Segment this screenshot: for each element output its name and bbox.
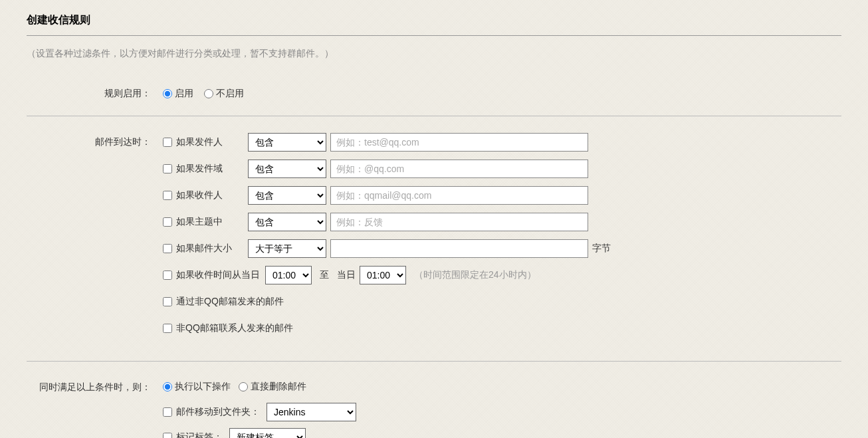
rule-enable-row: 规则启用： 启用 不启用 <box>27 80 841 104</box>
action-move-row: 邮件移动到文件夹： Jenkins <box>163 403 841 421</box>
condition-recipient-check-label[interactable]: 如果收件人 <box>163 189 248 201</box>
condition-subject-checkbox[interactable] <box>163 217 172 227</box>
condition-nonqq-contact-check-label[interactable]: 非QQ邮箱联系人发来的邮件 <box>163 322 293 334</box>
condition-time-today-label: 当日 <box>337 269 356 281</box>
action-tag-label: 标记标签： <box>176 431 223 438</box>
condition-sender-op-select[interactable]: 包含 <box>248 133 326 152</box>
action-execute-radio-item[interactable]: 执行以下操作 <box>163 381 231 393</box>
divider <box>27 361 841 362</box>
condition-recipient-input[interactable] <box>330 186 588 205</box>
rule-disable-radio-item[interactable]: 不启用 <box>204 88 244 100</box>
divider <box>27 116 841 116</box>
action-tag-select[interactable]: 新建标签... <box>229 428 306 438</box>
condition-nonqq-contact-row: 非QQ邮箱联系人发来的邮件 <box>163 318 841 338</box>
action-tag-check-label[interactable]: 标记标签： <box>163 431 223 438</box>
action-move-label: 邮件移动到文件夹： <box>176 406 260 418</box>
action-tag-checkbox[interactable] <box>163 433 172 438</box>
condition-size-check-label[interactable]: 如果邮件大小 <box>163 243 248 255</box>
condition-size-input[interactable] <box>330 239 588 258</box>
condition-nonqq-contact-label: 非QQ邮箱联系人发来的邮件 <box>176 322 293 334</box>
rule-enable-label: 规则启用： <box>27 84 163 100</box>
condition-sender-checkbox[interactable] <box>163 138 172 147</box>
condition-size-checkbox[interactable] <box>163 244 172 253</box>
condition-time-checkbox[interactable] <box>163 271 172 280</box>
rule-disable-radio-label: 不启用 <box>216 88 244 100</box>
condition-domain-op-select[interactable]: 包含 <box>248 160 326 178</box>
rule-enable-radio-item[interactable]: 启用 <box>163 88 193 100</box>
condition-size-op-select[interactable]: 大于等于 <box>248 239 326 258</box>
condition-domain-input[interactable] <box>330 160 588 178</box>
actions-section: 同时满足以上条件时，则： 执行以下操作 直接删除邮件 邮件移动到文件夹： Jen… <box>27 374 841 438</box>
action-execute-label: 执行以下操作 <box>175 381 231 393</box>
condition-recipient-label: 如果收件人 <box>176 189 223 201</box>
condition-time-to-select[interactable]: 01:00 <box>360 266 406 284</box>
condition-domain-row: 如果发件域 包含 <box>163 159 841 179</box>
condition-recipient-checkbox[interactable] <box>163 191 172 200</box>
condition-sender-label: 如果发件人 <box>176 136 223 148</box>
action-delete-label: 直接删除邮件 <box>251 381 306 393</box>
condition-time-check-label[interactable]: 如果收件时间从当日 <box>163 269 260 281</box>
condition-nonqq-contact-checkbox[interactable] <box>163 324 172 333</box>
action-move-checkbox[interactable] <box>163 407 172 417</box>
rule-enable-radio-label: 启用 <box>175 88 193 100</box>
action-execute-radio[interactable] <box>163 382 172 391</box>
arrival-label: 邮件到达时： <box>27 132 163 148</box>
page-title: 创建收信规则 <box>27 13 841 36</box>
condition-subject-input[interactable] <box>330 213 588 231</box>
condition-recipient-row: 如果收件人 包含 <box>163 185 841 205</box>
condition-time-to-label: 至 <box>320 269 329 281</box>
condition-domain-check-label[interactable]: 如果发件域 <box>163 163 248 175</box>
rule-disable-radio[interactable] <box>204 89 213 98</box>
page-subtitle: （设置各种过滤条件，以方便对邮件进行分类或处理，暂不支持群邮件。） <box>27 48 841 60</box>
condition-time-prefix: 如果收件时间从当日 <box>176 269 260 281</box>
rule-enable-radio[interactable] <box>163 89 172 98</box>
action-delete-radio-item[interactable]: 直接删除邮件 <box>239 381 306 393</box>
condition-nonqq-sender-checkbox[interactable] <box>163 297 172 306</box>
condition-size-unit: 字节 <box>592 243 611 255</box>
condition-nonqq-sender-row: 通过非QQ邮箱发来的邮件 <box>163 292 841 312</box>
condition-subject-label: 如果主题中 <box>176 216 223 228</box>
condition-time-from-select[interactable]: 01:00 <box>265 266 312 284</box>
action-move-folder-select[interactable]: Jenkins <box>267 403 356 421</box>
condition-subject-row: 如果主题中 包含 <box>163 212 841 232</box>
condition-size-label: 如果邮件大小 <box>176 243 232 255</box>
condition-time-row: 如果收件时间从当日 01:00 至 当日 01:00 （时间范围限定在24小时内… <box>163 265 841 285</box>
actions-label: 同时满足以上条件时，则： <box>27 378 163 393</box>
action-tag-row: 标记标签： 新建标签... <box>163 428 841 438</box>
condition-size-row: 如果邮件大小 大于等于 字节 <box>163 239 841 259</box>
action-move-check-label[interactable]: 邮件移动到文件夹： <box>163 406 260 418</box>
condition-sender-row: 如果发件人 包含 <box>163 132 841 152</box>
condition-domain-label: 如果发件域 <box>176 163 223 175</box>
arrival-section: 邮件到达时： 如果发件人 包含 如果发件域 包含 <box>27 128 841 349</box>
condition-subject-op-select[interactable]: 包含 <box>248 213 326 231</box>
condition-nonqq-sender-label: 通过非QQ邮箱发来的邮件 <box>176 296 284 308</box>
condition-recipient-op-select[interactable]: 包含 <box>248 186 326 205</box>
condition-sender-input[interactable] <box>330 133 588 152</box>
condition-sender-check-label[interactable]: 如果发件人 <box>163 136 248 148</box>
condition-domain-checkbox[interactable] <box>163 164 172 173</box>
action-delete-radio[interactable] <box>239 382 248 391</box>
condition-nonqq-sender-check-label[interactable]: 通过非QQ邮箱发来的邮件 <box>163 296 284 308</box>
condition-subject-check-label[interactable]: 如果主题中 <box>163 216 248 228</box>
action-mode-row: 执行以下操作 直接删除邮件 <box>163 378 841 396</box>
condition-time-hint: （时间范围限定在24小时内） <box>414 269 536 281</box>
